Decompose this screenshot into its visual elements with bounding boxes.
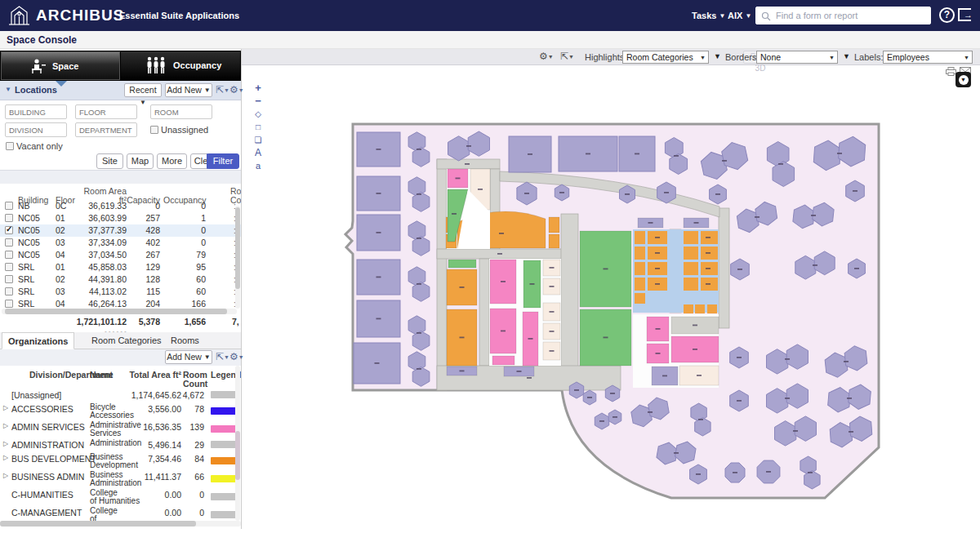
- table-row[interactable]: NC050337,334.094020:: [0, 237, 241, 249]
- expand-icon[interactable]: ▷: [3, 454, 8, 461]
- search-input[interactable]: [776, 9, 923, 22]
- cubicle[interactable]: [635, 278, 645, 291]
- cubicle[interactable]: [635, 293, 645, 304]
- cubicle[interactable]: [635, 247, 645, 260]
- layers-button[interactable]: ❏: [250, 134, 266, 147]
- table-row[interactable]: NC050136,603.992571:: [0, 212, 241, 224]
- table-row[interactable]: NB0C36,619.3300:: [0, 200, 241, 212]
- room-orange[interactable]: [549, 234, 559, 248]
- cubicle[interactable]: [684, 247, 698, 260]
- org-add-new-button[interactable]: Add New ▼: [165, 350, 212, 364]
- expand-icon[interactable]: ▷: [3, 472, 8, 479]
- export-icon[interactable]: ⇱▼: [216, 84, 229, 96]
- building-field[interactable]: [5, 104, 67, 119]
- cubicle[interactable]: [707, 304, 717, 313]
- cubicle[interactable]: [684, 278, 698, 291]
- text-larger-button[interactable]: A: [250, 147, 266, 160]
- col-total-area[interactable]: Total Area ft²: [122, 370, 181, 380]
- borders-select[interactable]: None▼: [756, 51, 838, 64]
- tab-organizations[interactable]: Organizations: [2, 332, 74, 349]
- gear-icon[interactable]: ⚙▼: [229, 351, 244, 362]
- buildings-vscrollbar[interactable]: [235, 206, 240, 309]
- expand-icon[interactable]: ▷: [3, 440, 8, 447]
- cubicle[interactable]: [635, 231, 645, 244]
- labels-select[interactable]: Employees▼: [883, 51, 973, 64]
- room-purple-blob[interactable]: [695, 418, 710, 436]
- logout-button[interactable]: →: [958, 8, 971, 21]
- row-checkbox[interactable]: [5, 300, 13, 308]
- cubicle[interactable]: [635, 262, 645, 275]
- cubicle[interactable]: [684, 304, 693, 313]
- highlights-select[interactable]: Room Categories▼: [622, 51, 709, 64]
- menu-essential-suite[interactable]: Essential Suite: [119, 11, 183, 20]
- floor-field[interactable]: [75, 104, 137, 119]
- global-search[interactable]: [755, 7, 931, 24]
- org-row[interactable]: ▷ADMINISTRATIONAdministration5,496.1429: [0, 438, 235, 452]
- table-row[interactable]: SRL0344,113.0211560:: [0, 286, 241, 298]
- menu-applications[interactable]: Applications: [185, 11, 239, 20]
- table-row[interactable]: SRL0244,391.8012860:: [0, 273, 241, 286]
- highlights-expand-button[interactable]: ▼: [714, 52, 721, 60]
- collapse-caret-icon[interactable]: ▼: [5, 86, 11, 93]
- expand-icon[interactable]: ▷: [3, 422, 8, 429]
- tab-room-categories[interactable]: Room Categories: [86, 332, 167, 349]
- table-row[interactable]: ✓NC050237,377.394280:: [0, 224, 241, 237]
- vacant-only-checkbox[interactable]: Vacant only: [6, 141, 63, 151]
- help-button[interactable]: ?: [939, 7, 955, 23]
- fit-view-button[interactable]: ◇: [250, 108, 266, 121]
- zoom-in-button[interactable]: +: [250, 82, 266, 95]
- user-menu[interactable]: AIX ▼: [728, 11, 751, 20]
- export-icon[interactable]: ⇱▼: [216, 351, 229, 362]
- row-checkbox[interactable]: [5, 238, 13, 247]
- col-name[interactable]: Name: [90, 370, 114, 380]
- cubicle[interactable]: [695, 304, 705, 313]
- org-vscrollbar[interactable]: [235, 366, 240, 521]
- department-field[interactable]: [75, 122, 137, 137]
- org-row[interactable]: ▷BUS DEVELOPMENTBusinessDevelopment7,354…: [0, 452, 235, 470]
- gear-icon[interactable]: ⚙▼: [539, 51, 554, 62]
- room-pink[interactable]: [492, 356, 514, 365]
- table-row[interactable]: SRL0145,858.0312995:: [0, 261, 241, 273]
- row-checkbox[interactable]: [5, 275, 13, 283]
- recent-button[interactable]: Recent ▼: [124, 83, 162, 97]
- row-checkbox[interactable]: [5, 287, 13, 295]
- room-orange[interactable]: [549, 217, 559, 233]
- add-new-button[interactable]: Add New ▼: [165, 83, 212, 97]
- zoom-out-button[interactable]: −: [250, 95, 266, 108]
- room-purple-blob[interactable]: [804, 471, 820, 489]
- table-row[interactable]: NC050437,034.5026779:: [0, 249, 241, 261]
- room-green[interactable]: [448, 260, 476, 268]
- buildings-hscrollbar[interactable]: [2, 309, 237, 314]
- unassigned-checkbox[interactable]: Unassigned: [150, 125, 208, 135]
- tab-space[interactable]: Space: [1, 51, 120, 80]
- org-row[interactable]: [Unassigned]1,174,645.624,672: [0, 389, 235, 402]
- cubicle[interactable]: [684, 231, 698, 244]
- map-button[interactable]: Map: [127, 153, 154, 169]
- org-row[interactable]: ▷BUSINESS ADMINBusinessAdministration11,…: [0, 470, 235, 488]
- row-checkbox[interactable]: ✓: [5, 226, 13, 234]
- site-button[interactable]: Site: [96, 153, 123, 169]
- map-options-button[interactable]: ▼: [956, 72, 971, 87]
- division-field[interactable]: [5, 122, 67, 137]
- row-checkbox[interactable]: [5, 202, 13, 210]
- row-checkbox[interactable]: [5, 251, 13, 259]
- org-row[interactable]: C-MANAGEMENTCollegeof Management0.000: [0, 506, 235, 522]
- org-hscrollbar[interactable]: [0, 521, 241, 527]
- filter-button[interactable]: Filter: [207, 153, 239, 169]
- row-checkbox[interactable]: [5, 214, 13, 222]
- marquee-zoom-button[interactable]: □: [250, 121, 266, 134]
- org-row[interactable]: ▷ACCESSORIESBicycleAccessories3,556.0078: [0, 402, 235, 420]
- cubicle[interactable]: [684, 262, 698, 275]
- org-row[interactable]: ▷ADMIN SERVICESAdministrativeServices16,…: [0, 420, 235, 438]
- table-row[interactable]: SRL0446,264.13204166:: [0, 298, 241, 309]
- text-smaller-button[interactable]: a: [250, 160, 266, 173]
- org-row[interactable]: C-HUMANITIESCollegeof Humanities0.000: [0, 488, 235, 506]
- row-checkbox[interactable]: [5, 263, 13, 271]
- export-icon[interactable]: ⇱▼: [560, 51, 574, 62]
- expand-icon[interactable]: ▷: [3, 404, 8, 411]
- room-field[interactable]: [150, 104, 212, 119]
- tasks-menu[interactable]: Tasks ▼: [692, 11, 725, 20]
- borders-expand-button[interactable]: ▼: [843, 52, 850, 60]
- gear-icon[interactable]: ⚙▼: [229, 84, 244, 96]
- more-button[interactable]: More: [157, 153, 187, 169]
